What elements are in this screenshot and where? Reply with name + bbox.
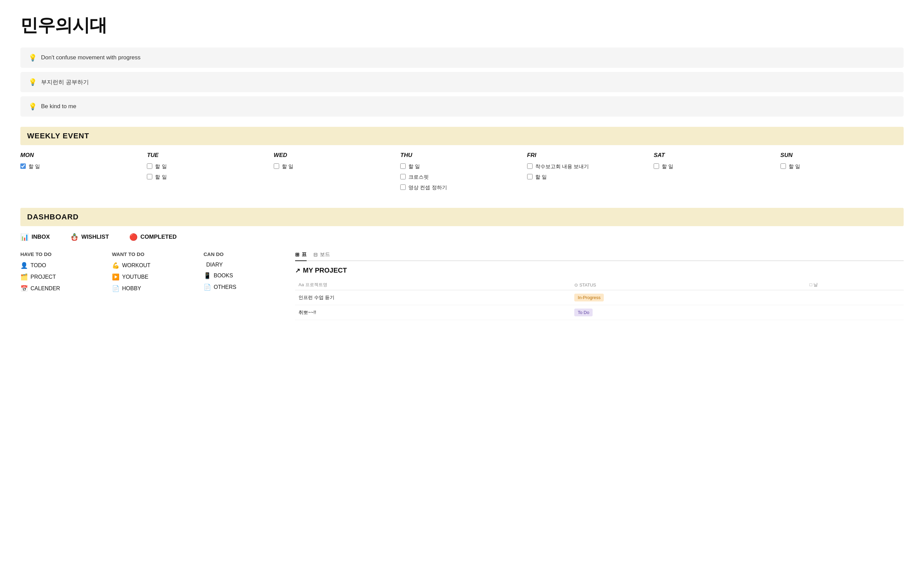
- table-row: 취뽀~~!!To Do: [295, 305, 904, 320]
- tab-icon: ⊟: [314, 252, 318, 258]
- nav-item-books[interactable]: 📱 BOOKS: [204, 272, 285, 279]
- project-tab-표[interactable]: ⊞ 표: [295, 251, 307, 261]
- project-status-cell: In-Progress: [571, 290, 806, 305]
- nav-icon: 🗂️: [20, 273, 28, 281]
- nav-item-hobby[interactable]: 📄 HOBBY: [112, 285, 193, 292]
- day-label-tue: TUE: [147, 152, 270, 159]
- task-text: 할 일: [155, 173, 167, 181]
- day-col-mon: MON할 일: [20, 152, 144, 194]
- task-checkbox[interactable]: [527, 174, 533, 179]
- day-label-mon: MON: [20, 152, 144, 159]
- quote-icon-0: 💡: [28, 54, 37, 62]
- page-title: 민우의시대: [20, 14, 904, 37]
- task-text: 할 일: [28, 163, 40, 170]
- task-text: 착수보고회 내용 보내기: [535, 163, 589, 170]
- task-checkbox[interactable]: [400, 184, 406, 190]
- task-text: 할 일: [155, 163, 167, 170]
- task-text: 할 일: [282, 163, 294, 170]
- nav-label: BOOKS: [214, 273, 233, 279]
- task-checkbox[interactable]: [147, 174, 152, 179]
- dash-link-icon: 🪆: [70, 233, 79, 241]
- nav-icon: 👤: [20, 262, 28, 269]
- dashboard-link-wishlist[interactable]: 🪆 WISHLIST: [70, 233, 109, 241]
- task-text: 크로스핏: [408, 173, 429, 181]
- task-text: 할 일: [535, 173, 547, 181]
- dashboard-col-title-0: HAVE TO DO: [20, 251, 102, 257]
- nav-label: CALENDER: [31, 286, 60, 292]
- nav-item-others[interactable]: 📄 OTHERS: [204, 284, 285, 291]
- nav-icon: 📱: [204, 272, 211, 279]
- quote-text-1: 부지런히 공부하기: [41, 78, 89, 86]
- task-checkbox[interactable]: [654, 164, 659, 169]
- task-checkbox[interactable]: [780, 164, 786, 169]
- dash-link-label: COMPLETED: [141, 234, 177, 241]
- nav-item-calender[interactable]: 📅 CALENDER: [20, 285, 102, 292]
- task-item: 크로스핏: [400, 173, 524, 181]
- task-checkbox[interactable]: [400, 164, 406, 169]
- day-col-sat: SAT할 일: [654, 152, 777, 194]
- dashboard-col-2: CAN DO DIARY 📱 BOOKS 📄 OTHERS: [204, 251, 285, 320]
- task-checkbox[interactable]: [20, 164, 26, 169]
- tab-label: 보드: [320, 251, 330, 258]
- nav-label: OTHERS: [214, 284, 236, 290]
- project-tabs: ⊞ 표 ⊟ 보드: [295, 251, 904, 261]
- status-badge: To Do: [574, 309, 593, 316]
- nav-icon: 📄: [112, 285, 119, 292]
- day-label-wed: WED: [274, 152, 397, 159]
- nav-item-diary[interactable]: DIARY: [204, 262, 285, 268]
- dashboard-link-inbox[interactable]: 📊 INBOX: [20, 233, 50, 241]
- nav-label: TODO: [31, 262, 46, 269]
- project-name-cell: 인프런 수업 듣기: [295, 290, 571, 305]
- project-table: Aa 프로젝트명⊙ STATUS□ 날인프런 수업 듣기In-Progress취…: [295, 280, 904, 320]
- nav-icon: 💪: [112, 262, 119, 269]
- table-row: 인프런 수업 듣기In-Progress: [295, 290, 904, 305]
- tab-icon: ⊞: [295, 252, 300, 258]
- task-item: 할 일: [147, 163, 270, 170]
- day-col-fri: FRI착수보고회 내용 보내기할 일: [527, 152, 650, 194]
- task-checkbox[interactable]: [400, 174, 406, 179]
- task-text: 할 일: [408, 163, 420, 170]
- day-label-sun: SUN: [780, 152, 904, 159]
- dashboard-col-title-2: CAN DO: [204, 251, 285, 257]
- dashboard-col-1: WANT TO DO 💪 WORKOUT ▶️ YOUTUBE 📄 HOBBY: [112, 251, 193, 320]
- nav-label: WORKOUT: [122, 262, 151, 269]
- task-item: 할 일: [274, 163, 397, 170]
- nav-label: PROJECT: [31, 274, 56, 280]
- tab-label: 표: [301, 251, 307, 258]
- nav-item-todo[interactable]: 👤 TODO: [20, 262, 102, 269]
- dash-link-icon: 📊: [20, 233, 29, 241]
- task-checkbox[interactable]: [147, 164, 152, 169]
- dashboard-bottom: HAVE TO DO 👤 TODO 🗂️ PROJECT 📅 CALENDER …: [20, 251, 904, 320]
- day-col-wed: WED할 일: [274, 152, 397, 194]
- day-col-thu: THU할 일크로스핏영상 컨셉 정하기: [400, 152, 524, 194]
- project-panel: ⊞ 표 ⊟ 보드 ↗ MY PROJECT Aa 프로젝트명⊙ STATUS□ …: [295, 251, 904, 320]
- quote-text-2: Be kind to me: [41, 103, 76, 110]
- project-tab-보드[interactable]: ⊟ 보드: [314, 251, 330, 261]
- quote-block-0: 💡 Don't confuse movement with progress: [20, 48, 904, 68]
- project-title: MY PROJECT: [303, 267, 347, 274]
- dash-link-icon: 🔴: [129, 233, 138, 241]
- task-checkbox[interactable]: [527, 164, 533, 169]
- nav-item-project[interactable]: 🗂️ PROJECT: [20, 273, 102, 281]
- task-checkbox[interactable]: [274, 164, 279, 169]
- quote-icon-2: 💡: [28, 102, 37, 111]
- nav-icon: 📄: [204, 284, 211, 291]
- dashboard-link-completed[interactable]: 🔴 COMPLETED: [129, 233, 177, 241]
- nav-icon: ▶️: [112, 273, 119, 281]
- nav-label: YOUTUBE: [122, 274, 148, 280]
- nav-item-youtube[interactable]: ▶️ YOUTUBE: [112, 273, 193, 281]
- day-label-fri: FRI: [527, 152, 650, 159]
- dash-link-label: WISHLIST: [82, 234, 109, 241]
- project-date-cell: [806, 305, 904, 320]
- project-date-cell: [806, 290, 904, 305]
- day-col-tue: TUE할 일할 일: [147, 152, 270, 194]
- task-item: 영상 컨셉 정하기: [400, 184, 524, 191]
- nav-item-workout[interactable]: 💪 WORKOUT: [112, 262, 193, 269]
- day-col-sun: SUN할 일: [780, 152, 904, 194]
- weekly-event-header: WEEKLY EVENT: [20, 127, 904, 145]
- task-text: 할 일: [662, 163, 673, 170]
- dashboard-top-links: 📊 INBOX 🪆 WISHLIST 🔴 COMPLETED: [20, 233, 904, 241]
- task-item: 할 일: [20, 163, 144, 170]
- weekly-grid: MON할 일TUE할 일할 일WED할 일THU할 일크로스핏영상 컨셉 정하기…: [20, 152, 904, 194]
- project-col-header-0: Aa 프로젝트명: [295, 280, 571, 290]
